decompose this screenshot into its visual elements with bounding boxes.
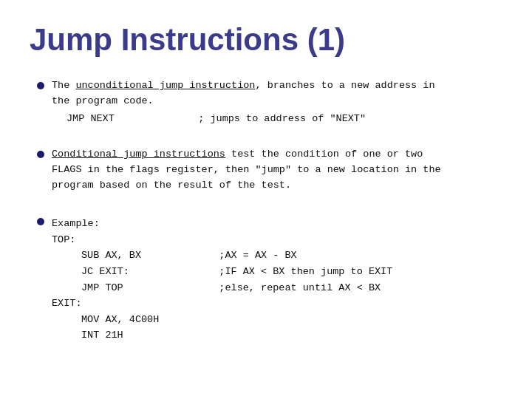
slide: Jump Instructions (1) The unconditional … <box>0 0 532 399</box>
bullet-item-3: Example: TOP: SUB AX, BX ;AX = AX - BX J… <box>37 214 495 344</box>
bullet-text-1: The unconditional jump instruction, bran… <box>52 78 435 109</box>
code-line-jmp: JMP NEXT ; jumps to address of "NEXT" <box>52 111 435 127</box>
code-jmp-top-instr: JMP TOP <box>81 280 219 296</box>
content-area: The unconditional jump instruction, bran… <box>37 78 495 351</box>
bullet-content-3: Example: TOP: SUB AX, BX ;AX = AX - BX J… <box>52 216 392 344</box>
code-jc-instr: JC EXIT: <box>81 264 219 280</box>
bullet-dot-1 <box>37 82 44 89</box>
code-jc-comment: ;IF AX < BX then jump to EXIT <box>219 264 392 280</box>
text-conditional: Conditional jump instructions <box>52 149 225 160</box>
code-jmp-top: JMP TOP ;else, repeat until AX < BX <box>52 280 392 296</box>
code-exit-text: EXIT: <box>52 296 82 312</box>
code-jmp-next: JMP NEXT <box>66 111 198 127</box>
bullet-dot-2 <box>37 151 44 158</box>
bullet-item-2: Conditional jump instructions test the c… <box>37 147 495 194</box>
bullet-dot-3 <box>37 218 44 225</box>
bullet-item-1: The unconditional jump instruction, bran… <box>37 78 495 126</box>
bullet-content-2: Conditional jump instructions test the c… <box>52 147 441 194</box>
code-jc: JC EXIT: ;IF AX < BX then jump to EXIT <box>52 264 392 280</box>
code-example-text: Example: <box>52 216 100 232</box>
code-comment-jmp: ; jumps to address of "NEXT" <box>198 111 366 127</box>
code-mov: MOV AX, 4C00H <box>52 312 392 328</box>
code-jmp-top-comment: ;else, repeat until AX < BX <box>219 280 381 296</box>
text-unconditional: unconditional jump instruction <box>75 80 255 91</box>
code-int: INT 21H <box>52 327 392 344</box>
code-int-instr: INT 21H <box>81 327 123 344</box>
code-sub-instr: SUB AX, BX <box>81 248 219 264</box>
code-sub-comment: ;AX = AX - BX <box>219 248 296 264</box>
bullet-content-1: The unconditional jump instruction, bran… <box>52 78 435 126</box>
code-mov-instr: MOV AX, 4C00H <box>81 312 159 328</box>
slide-title: Jump Instructions (1) <box>30 22 495 58</box>
code-example-label: Example: <box>52 216 392 232</box>
code-top-text: TOP: <box>52 232 75 248</box>
code-exit-label: EXIT: <box>52 296 392 312</box>
text-the-1: The <box>52 80 75 91</box>
code-top-label: TOP: <box>52 232 392 248</box>
code-block-1: JMP NEXT ; jumps to address of "NEXT" <box>52 111 435 127</box>
code-sub: SUB AX, BX ;AX = AX - BX <box>52 248 392 264</box>
